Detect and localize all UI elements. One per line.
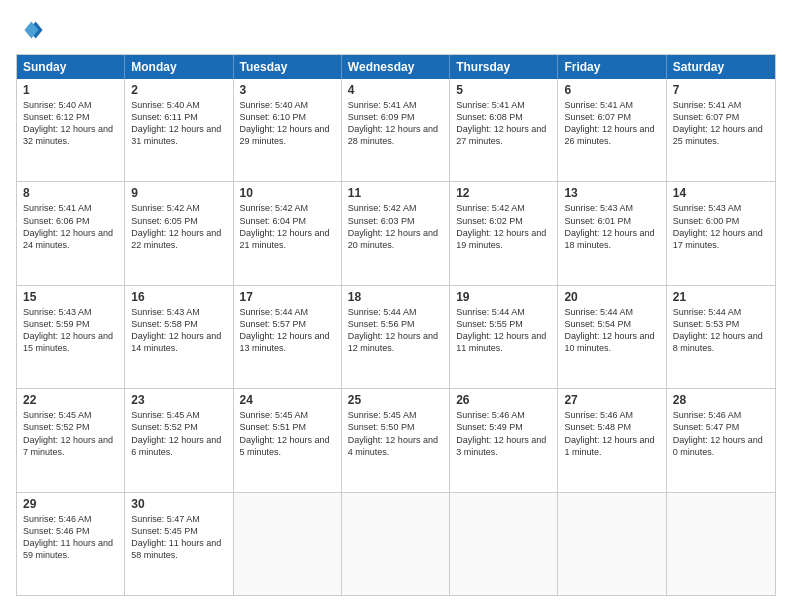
day-number: 11 [348,186,443,200]
cell-info: Sunrise: 5:45 AMSunset: 5:52 PMDaylight:… [23,409,118,458]
weekday-header-monday: Monday [125,55,233,79]
cell-info: Sunrise: 5:40 AMSunset: 6:10 PMDaylight:… [240,99,335,148]
weekday-header-thursday: Thursday [450,55,558,79]
day-cell-9: 9Sunrise: 5:42 AMSunset: 6:05 PMDaylight… [125,182,233,284]
cell-info: Sunrise: 5:41 AMSunset: 6:09 PMDaylight:… [348,99,443,148]
day-cell-7: 7Sunrise: 5:41 AMSunset: 6:07 PMDaylight… [667,79,775,181]
day-number: 17 [240,290,335,304]
weekday-header-tuesday: Tuesday [234,55,342,79]
cell-info: Sunrise: 5:45 AMSunset: 5:50 PMDaylight:… [348,409,443,458]
cell-info: Sunrise: 5:45 AMSunset: 5:51 PMDaylight:… [240,409,335,458]
day-cell-1: 1Sunrise: 5:40 AMSunset: 6:12 PMDaylight… [17,79,125,181]
day-cell-15: 15Sunrise: 5:43 AMSunset: 5:59 PMDayligh… [17,286,125,388]
day-cell-18: 18Sunrise: 5:44 AMSunset: 5:56 PMDayligh… [342,286,450,388]
weekday-header-friday: Friday [558,55,666,79]
calendar-row-2: 8Sunrise: 5:41 AMSunset: 6:06 PMDaylight… [17,181,775,284]
day-number: 26 [456,393,551,407]
calendar-header: SundayMondayTuesdayWednesdayThursdayFrid… [17,55,775,79]
day-cell-24: 24Sunrise: 5:45 AMSunset: 5:51 PMDayligh… [234,389,342,491]
day-cell-29: 29Sunrise: 5:46 AMSunset: 5:46 PMDayligh… [17,493,125,595]
weekday-header-wednesday: Wednesday [342,55,450,79]
cell-info: Sunrise: 5:42 AMSunset: 6:05 PMDaylight:… [131,202,226,251]
cell-info: Sunrise: 5:41 AMSunset: 6:06 PMDaylight:… [23,202,118,251]
day-number: 18 [348,290,443,304]
day-cell-13: 13Sunrise: 5:43 AMSunset: 6:01 PMDayligh… [558,182,666,284]
cell-info: Sunrise: 5:44 AMSunset: 5:56 PMDaylight:… [348,306,443,355]
cell-info: Sunrise: 5:42 AMSunset: 6:02 PMDaylight:… [456,202,551,251]
page: SundayMondayTuesdayWednesdayThursdayFrid… [0,0,792,612]
day-number: 2 [131,83,226,97]
day-number: 7 [673,83,769,97]
calendar-row-5: 29Sunrise: 5:46 AMSunset: 5:46 PMDayligh… [17,492,775,595]
cell-info: Sunrise: 5:40 AMSunset: 6:12 PMDaylight:… [23,99,118,148]
day-cell-22: 22Sunrise: 5:45 AMSunset: 5:52 PMDayligh… [17,389,125,491]
day-number: 13 [564,186,659,200]
calendar: SundayMondayTuesdayWednesdayThursdayFrid… [16,54,776,596]
day-number: 8 [23,186,118,200]
day-number: 5 [456,83,551,97]
calendar-row-4: 22Sunrise: 5:45 AMSunset: 5:52 PMDayligh… [17,388,775,491]
day-number: 23 [131,393,226,407]
day-cell-2: 2Sunrise: 5:40 AMSunset: 6:11 PMDaylight… [125,79,233,181]
cell-info: Sunrise: 5:44 AMSunset: 5:57 PMDaylight:… [240,306,335,355]
cell-info: Sunrise: 5:40 AMSunset: 6:11 PMDaylight:… [131,99,226,148]
empty-cell [667,493,775,595]
day-number: 30 [131,497,226,511]
cell-info: Sunrise: 5:46 AMSunset: 5:47 PMDaylight:… [673,409,769,458]
logo-icon [16,16,44,44]
day-number: 20 [564,290,659,304]
empty-cell [234,493,342,595]
cell-info: Sunrise: 5:41 AMSunset: 6:07 PMDaylight:… [564,99,659,148]
header [16,16,776,44]
day-number: 1 [23,83,118,97]
day-cell-8: 8Sunrise: 5:41 AMSunset: 6:06 PMDaylight… [17,182,125,284]
day-cell-14: 14Sunrise: 5:43 AMSunset: 6:00 PMDayligh… [667,182,775,284]
logo [16,16,48,44]
day-number: 29 [23,497,118,511]
day-cell-23: 23Sunrise: 5:45 AMSunset: 5:52 PMDayligh… [125,389,233,491]
day-cell-6: 6Sunrise: 5:41 AMSunset: 6:07 PMDaylight… [558,79,666,181]
cell-info: Sunrise: 5:43 AMSunset: 5:58 PMDaylight:… [131,306,226,355]
cell-info: Sunrise: 5:42 AMSunset: 6:04 PMDaylight:… [240,202,335,251]
weekday-header-saturday: Saturday [667,55,775,79]
cell-info: Sunrise: 5:41 AMSunset: 6:07 PMDaylight:… [673,99,769,148]
cell-info: Sunrise: 5:46 AMSunset: 5:49 PMDaylight:… [456,409,551,458]
day-cell-10: 10Sunrise: 5:42 AMSunset: 6:04 PMDayligh… [234,182,342,284]
day-number: 3 [240,83,335,97]
day-number: 16 [131,290,226,304]
day-number: 9 [131,186,226,200]
day-cell-26: 26Sunrise: 5:46 AMSunset: 5:49 PMDayligh… [450,389,558,491]
day-number: 4 [348,83,443,97]
day-cell-28: 28Sunrise: 5:46 AMSunset: 5:47 PMDayligh… [667,389,775,491]
calendar-row-3: 15Sunrise: 5:43 AMSunset: 5:59 PMDayligh… [17,285,775,388]
day-number: 12 [456,186,551,200]
calendar-row-1: 1Sunrise: 5:40 AMSunset: 6:12 PMDaylight… [17,79,775,181]
empty-cell [342,493,450,595]
cell-info: Sunrise: 5:46 AMSunset: 5:48 PMDaylight:… [564,409,659,458]
cell-info: Sunrise: 5:44 AMSunset: 5:55 PMDaylight:… [456,306,551,355]
day-cell-5: 5Sunrise: 5:41 AMSunset: 6:08 PMDaylight… [450,79,558,181]
day-number: 25 [348,393,443,407]
day-cell-21: 21Sunrise: 5:44 AMSunset: 5:53 PMDayligh… [667,286,775,388]
day-cell-19: 19Sunrise: 5:44 AMSunset: 5:55 PMDayligh… [450,286,558,388]
empty-cell [558,493,666,595]
day-number: 28 [673,393,769,407]
calendar-body: 1Sunrise: 5:40 AMSunset: 6:12 PMDaylight… [17,79,775,595]
day-number: 19 [456,290,551,304]
empty-cell [450,493,558,595]
weekday-header-sunday: Sunday [17,55,125,79]
day-number: 14 [673,186,769,200]
day-cell-3: 3Sunrise: 5:40 AMSunset: 6:10 PMDaylight… [234,79,342,181]
cell-info: Sunrise: 5:46 AMSunset: 5:46 PMDaylight:… [23,513,118,562]
day-cell-25: 25Sunrise: 5:45 AMSunset: 5:50 PMDayligh… [342,389,450,491]
day-number: 6 [564,83,659,97]
cell-info: Sunrise: 5:47 AMSunset: 5:45 PMDaylight:… [131,513,226,562]
day-cell-27: 27Sunrise: 5:46 AMSunset: 5:48 PMDayligh… [558,389,666,491]
cell-info: Sunrise: 5:41 AMSunset: 6:08 PMDaylight:… [456,99,551,148]
day-cell-30: 30Sunrise: 5:47 AMSunset: 5:45 PMDayligh… [125,493,233,595]
cell-info: Sunrise: 5:44 AMSunset: 5:53 PMDaylight:… [673,306,769,355]
cell-info: Sunrise: 5:44 AMSunset: 5:54 PMDaylight:… [564,306,659,355]
day-number: 10 [240,186,335,200]
cell-info: Sunrise: 5:43 AMSunset: 5:59 PMDaylight:… [23,306,118,355]
day-cell-20: 20Sunrise: 5:44 AMSunset: 5:54 PMDayligh… [558,286,666,388]
